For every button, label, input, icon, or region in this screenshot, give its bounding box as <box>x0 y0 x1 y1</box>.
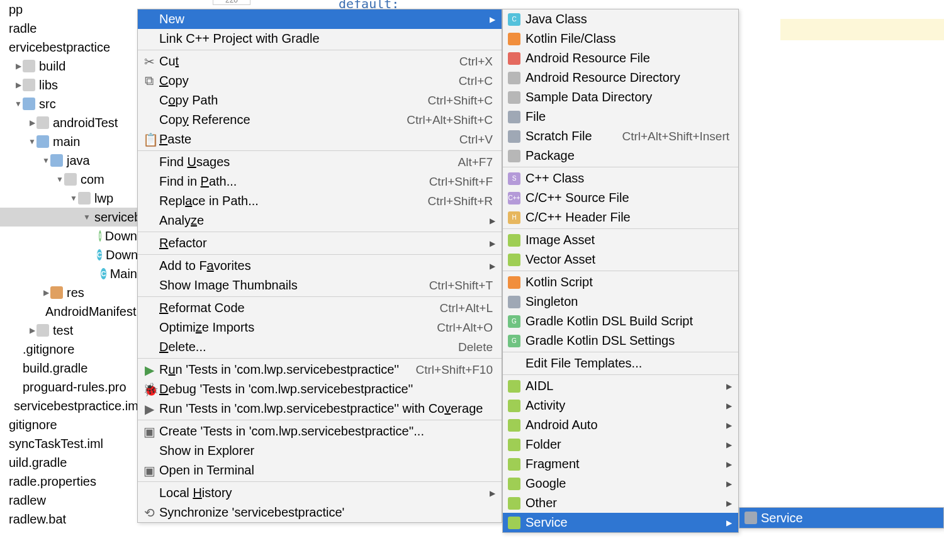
submenu-item[interactable]: Kotlin File/Class <box>503 29 738 48</box>
tree-item[interactable]: ▼lwp <box>0 189 137 208</box>
menu-item[interactable]: ▣Create 'Tests in 'com.lwp.servicebestpr… <box>138 422 502 441</box>
menu-item[interactable]: ⧉CopyCtrl+C <box>138 71 502 91</box>
submenu-item[interactable]: Fragment▶ <box>503 454 738 474</box>
submenu-item[interactable]: Vector Asset <box>503 250 738 269</box>
submenu-item[interactable]: Google▶ <box>503 474 738 493</box>
expand-arrow-icon[interactable]: ▼ <box>83 213 91 221</box>
expand-arrow-icon[interactable]: ▶ <box>28 118 37 127</box>
submenu-item[interactable]: Scratch FileCtrl+Alt+Shift+Insert <box>503 126 738 146</box>
service-submenu[interactable]: Service <box>739 507 944 529</box>
menu-item[interactable]: Reformat CodeCtrl+Alt+L <box>138 298 502 318</box>
project-tree[interactable]: ppradleervicebestpractice▶build▶libs▼src… <box>0 0 137 560</box>
tree-item[interactable]: ▶androidTest <box>0 113 137 132</box>
tree-item[interactable]: pp <box>0 0 137 19</box>
tree-item[interactable]: syncTaskTest.iml <box>0 434 137 453</box>
menu-item[interactable]: Link C++ Project with Gradle <box>138 29 502 48</box>
submenu-arrow-icon: ▶ <box>726 499 732 508</box>
submenu-item[interactable]: Android Resource Directory <box>503 68 738 87</box>
tree-item[interactable]: radlew <box>0 491 137 510</box>
tree-item[interactable]: ▶libs <box>0 76 137 94</box>
menu-item[interactable]: 📋PasteCtrl+V <box>138 130 502 149</box>
tree-item[interactable]: CDown <box>0 245 137 264</box>
expand-arrow-icon[interactable]: ▶ <box>42 288 50 297</box>
tree-item[interactable]: ▼serviceb <box>0 208 137 227</box>
context-menu[interactable]: New▶Link C++ Project with Gradle✂CutCtrl… <box>137 9 502 523</box>
tree-item[interactable]: .gitignore <box>0 340 137 359</box>
tree-item[interactable]: ▶build <box>0 57 137 76</box>
tree-item[interactable]: ▶res <box>0 283 137 302</box>
menu-item[interactable]: Show Image ThumbnailsCtrl+Shift+T <box>138 276 502 295</box>
submenu-item[interactable]: Service <box>739 508 943 528</box>
tree-item[interactable]: servicebestpractice.iml <box>0 396 137 415</box>
tree-item[interactable]: radle <box>0 19 137 38</box>
new-submenu[interactable]: CJava ClassKotlin File/ClassAndroid Reso… <box>502 9 739 533</box>
menu-item[interactable]: 🐞Debug 'Tests in 'com.lwp.servicebestpra… <box>138 379 502 399</box>
submenu-item[interactable]: Android Auto▶ <box>503 415 738 435</box>
expand-arrow-icon[interactable]: ▶ <box>14 62 23 70</box>
submenu-item[interactable]: HC/C++ Header File <box>503 208 738 227</box>
tree-item[interactable]: AndroidManifest.x <box>0 302 137 321</box>
file-type-icon <box>508 419 520 432</box>
tree-item[interactable]: ervicebestpractice <box>0 38 137 57</box>
tree-item[interactable]: radlew.bat <box>0 510 137 529</box>
tree-item[interactable]: IDown <box>0 227 137 245</box>
tree-item-label: proguard-rules.pro <box>23 380 126 395</box>
menu-item[interactable]: ▶Run 'Tests in 'com.lwp.servicebestpract… <box>138 360 502 379</box>
tree-item[interactable]: radle.properties <box>0 472 137 491</box>
tree-item[interactable]: ▶test <box>0 321 137 340</box>
expand-arrow-icon[interactable]: ▼ <box>55 175 64 184</box>
menu-item[interactable]: ⟲Synchronize 'servicebestpractice' <box>138 503 502 522</box>
submenu-item[interactable]: Kotlin Script <box>503 272 738 292</box>
menu-item[interactable]: ▶Run 'Tests in 'com.lwp.servicebestpract… <box>138 399 502 418</box>
tree-item[interactable]: ▼main <box>0 132 137 151</box>
tree-item[interactable]: ▼java <box>0 151 137 170</box>
submenu-item[interactable]: C++C/C++ Source File <box>503 188 738 208</box>
tree-item[interactable]: ▼src <box>0 94 137 113</box>
submenu-item[interactable]: Android Resource File <box>503 48 738 68</box>
menu-item[interactable]: ▣Open in Terminal <box>138 461 502 480</box>
menu-item[interactable]: Copy ReferenceCtrl+Alt+Shift+C <box>138 110 502 130</box>
submenu-item[interactable]: CJava Class <box>503 9 738 29</box>
menu-item[interactable]: Copy PathCtrl+Shift+C <box>138 91 502 110</box>
expand-arrow-icon[interactable]: ▼ <box>42 156 50 165</box>
submenu-item[interactable]: Package <box>503 146 738 165</box>
expand-arrow-icon[interactable]: ▶ <box>28 326 37 335</box>
expand-arrow-icon[interactable]: ▼ <box>69 194 78 203</box>
submenu-item[interactable]: SC++ Class <box>503 169 738 188</box>
file-type-icon <box>508 33 520 45</box>
tree-item[interactable]: gitignore <box>0 415 137 434</box>
menu-item[interactable]: Find UsagesAlt+F7 <box>138 152 502 172</box>
submenu-item[interactable]: Image Asset <box>503 230 738 250</box>
submenu-item[interactable]: AIDL▶ <box>503 376 738 396</box>
menu-item[interactable]: Local History▶ <box>138 483 502 503</box>
expand-arrow-icon[interactable]: ▶ <box>14 81 23 89</box>
submenu-item[interactable]: Service▶ <box>503 513 738 532</box>
submenu-item[interactable]: Edit File Templates... <box>503 354 738 373</box>
menu-item[interactable]: Show in Explorer <box>138 441 502 461</box>
menu-item[interactable]: New▶ <box>138 9 502 29</box>
menu-item[interactable]: ✂CutCtrl+X <box>138 52 502 71</box>
menu-item[interactable]: Replace in Path...Ctrl+Shift+R <box>138 191 502 211</box>
tree-item[interactable]: CMain <box>0 264 137 283</box>
menu-item[interactable]: Find in Path...Ctrl+Shift+F <box>138 172 502 191</box>
submenu-item[interactable]: File <box>503 107 738 126</box>
submenu-item[interactable]: Folder▶ <box>503 435 738 454</box>
submenu-item[interactable]: Other▶ <box>503 493 738 513</box>
submenu-item[interactable]: Activity▶ <box>503 396 738 415</box>
submenu-item[interactable]: GGradle Kotlin DSL Settings <box>503 331 738 350</box>
submenu-item[interactable]: Singleton <box>503 292 738 311</box>
tree-item[interactable]: ▼com <box>0 170 137 189</box>
menu-item[interactable]: Optimize ImportsCtrl+Alt+O <box>138 318 502 337</box>
menu-item[interactable]: Refactor▶ <box>138 233 502 253</box>
tree-item[interactable]: uild.gradle <box>0 453 137 472</box>
menu-item[interactable]: Delete...Delete <box>138 337 502 357</box>
submenu-item[interactable]: GGradle Kotlin DSL Build Script <box>503 311 738 331</box>
submenu-item[interactable]: Sample Data Directory <box>503 87 738 107</box>
menu-item[interactable]: Analyze▶ <box>138 211 502 230</box>
expand-arrow-icon[interactable]: ▼ <box>14 99 23 108</box>
menu-item[interactable]: Add to Favorites▶ <box>138 256 502 276</box>
expand-arrow-icon[interactable]: ▼ <box>28 137 37 146</box>
submenu-item-label: Folder <box>525 437 729 452</box>
tree-item[interactable]: build.gradle <box>0 359 137 378</box>
tree-item[interactable]: proguard-rules.pro <box>0 378 137 396</box>
